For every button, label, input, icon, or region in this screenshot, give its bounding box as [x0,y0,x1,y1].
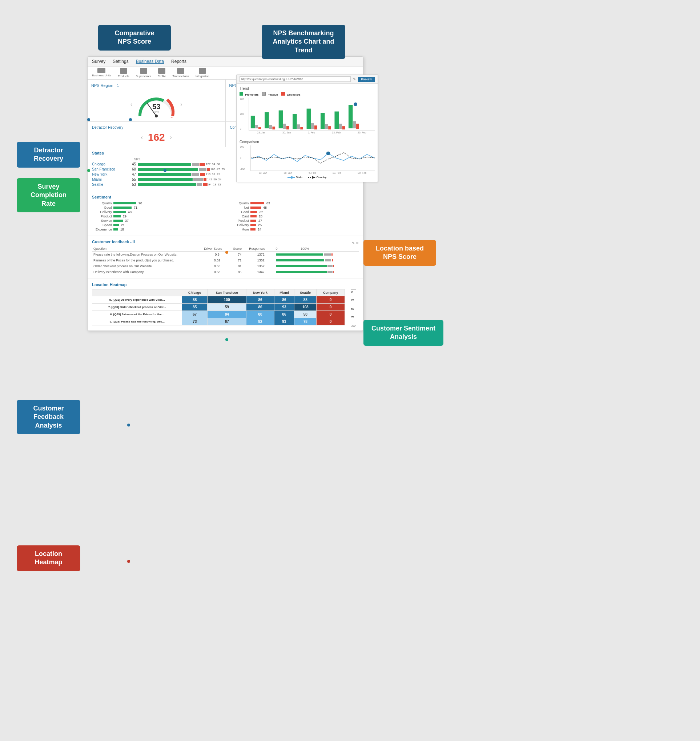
legend-state: State [287,175,302,179]
sent-bar [113,211,126,213]
preview-button[interactable]: Pre·iew [358,77,375,82]
bar-label-gray: 33 [212,173,215,176]
nps-1-label: NPS [152,111,160,113]
svg-rect-21 [300,127,303,130]
nav-business-data[interactable]: Business Data [136,59,164,64]
sent-value: 27 [259,219,262,222]
heatmap-col-4: Miami [274,289,294,296]
svg-rect-13 [265,112,269,129]
trend-section: Trend Promoters Passive Detractors 400 2… [237,84,378,137]
nav-icon-supervisors[interactable]: Supervisors [136,68,151,78]
nav-survey[interactable]: Survey [92,59,105,64]
state-name: Miami [92,177,125,181]
state-nps: 53 [127,183,136,187]
heatmap-cell-3-0: 73 [182,318,207,326]
sent-label: Delivery [229,223,249,227]
fb-driver: 0.55 [203,263,231,269]
svg-rect-26 [325,124,328,129]
sent-bar [113,215,121,217]
nav-icon-business-units[interactable]: Business Units [92,68,111,78]
sent-value: 48 [128,210,132,214]
bar-label-gray: 34 [212,162,215,166]
heatmap-row-label: 5. [Q28] Please rate the following: Des.… [92,318,182,326]
heatmap-cell-1-2: 86 [246,303,274,311]
svg-point-34 [354,103,357,106]
sent-label: Product [229,219,249,222]
fb-bar-green [276,265,327,267]
connector-dot-3 [163,169,166,172]
sent-bar [113,206,132,209]
feedback-row: Order checkout process on Our Website. 0… [92,263,359,269]
callout-comparative-nps-text: Comparative NPS Score [115,29,154,45]
nps-region-1: NPS Region - 1 ‹ ☺ [88,80,226,121]
fb-score: 71 [232,258,248,263]
sentiment-right-row: Delivery 25 [229,223,359,227]
callout-nps-benchmarking-text: NPS Benchmarking Analytics Chart and Tre… [273,29,334,54]
svg-point-36 [326,152,330,155]
heatmap-row-label: 8. [Q31] Delivery experience with Vista.… [92,296,182,303]
heatmap-cell-2-4: 50 [294,311,316,318]
heatmap-cell-2-1: 84 [207,311,246,318]
heatmap-cell-3-4: 78 [294,318,316,326]
fb-score: 74 [232,252,248,258]
heatmap-col-0 [92,289,182,296]
fb-bar-green [276,259,324,261]
heatmap-col-5: Seattle [294,289,316,296]
scale-label-50: 50 [351,308,356,310]
heatmap-cell-0-4: 88 [294,296,316,303]
sent-value: 71 [134,206,137,209]
fb-score: 81 [232,263,248,269]
nav-icon-profile[interactable]: Profile [158,68,166,78]
fb-responses: 1352 [247,263,274,269]
region-1-title: NPS Region - 1 [91,83,222,88]
region-1-next[interactable]: › [178,101,184,108]
trend-x-labels: 23. Jan 30. Jan 6. Feb 13. Feb 20. Feb [249,131,375,134]
detractor-next[interactable]: › [168,134,174,141]
nav-icon-integration[interactable]: Integration [196,68,209,78]
states-header-nps: NPS [134,158,141,161]
edit-url-icon[interactable]: ✎ [353,77,356,81]
fb-bar-group [276,265,357,267]
sent-bar-red [250,215,257,217]
sentiment-left: Quality 90 Good 71 Delivery 48 Product 2… [92,202,222,232]
sentiment-left-row: Quality 90 [92,202,222,205]
sent-label: Good [92,206,112,209]
sent-label: Product [92,215,112,218]
sent-label: Speed [92,223,112,227]
callout-location-heatmap: Location Heatmap [17,545,80,571]
feedback-edit-icons[interactable]: ✎ ✕ [352,241,359,245]
state-name: New York [92,172,125,176]
trend-title: Trend [240,87,375,91]
trend-chart-svg [249,98,375,130]
sentiment-right-row: Good 32 [229,210,359,214]
fb-question: Delivery experience with Company. [92,269,203,275]
nav-icon-transactions[interactable]: Transactions [172,68,189,78]
sent-value: 28 [259,215,262,218]
feedback-row: Fairness of the Prices for the product(s… [92,258,359,263]
sent-bar-red [250,228,256,231]
sentiment-title: Sentiment [92,195,359,199]
callout-customer-feedback: Customer Feedback Analysis [17,400,80,434]
heatmap-cell-0-2: 86 [246,296,274,303]
bar-label-red: 32 [217,173,220,176]
detractor-recovery-box: Detractor Recovery ‹ 162 › [88,122,226,147]
nav-settings[interactable]: Settings [113,59,128,64]
sent-bar-red [250,211,257,213]
fb-bar-red [333,265,334,267]
state-row: Seattle 53 94 18 23 [92,183,359,187]
connector-dot-8 [127,560,130,563]
heatmap-row-label: 6. [Q29] Fairness of the Prices for the.… [92,311,182,318]
sentiment-right-row: Product 27 [229,219,359,222]
region-1-prev[interactable]: ‹ [128,101,134,108]
nav-icon-products[interactable]: Products [118,68,129,78]
fb-bar-green [276,271,327,273]
legend-detractors: Detractors [281,92,300,96]
detractor-prev[interactable]: ‹ [139,134,145,141]
heatmap-cell-3-3: 93 [274,318,294,326]
url-input[interactable] [240,77,351,82]
heatmap-body: 8. [Q31] Delivery experience with Vista.… [92,296,345,326]
nav-reports[interactable]: Reports [171,59,187,64]
sent-value: 29 [123,215,126,218]
fb-bar-group [276,259,357,261]
fb-responses: 1347 [247,269,274,275]
